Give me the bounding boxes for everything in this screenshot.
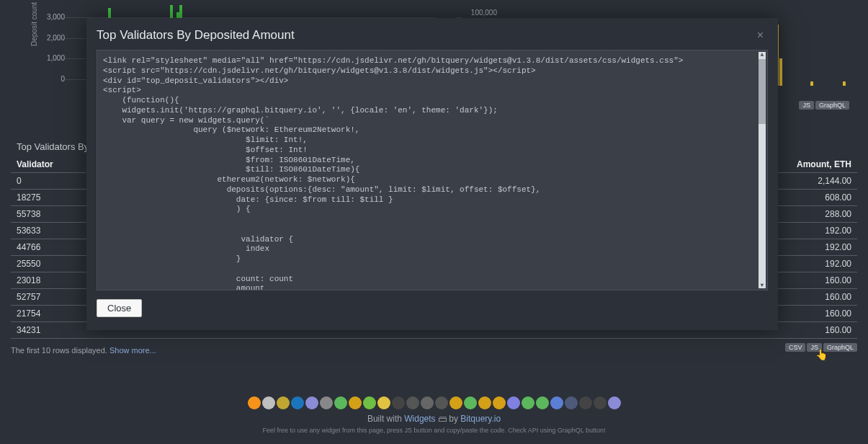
badge-js[interactable]: JS (799, 101, 814, 110)
coin-icon[interactable] (565, 396, 578, 409)
coin-icon[interactable] (594, 396, 607, 409)
coin-icon[interactable] (305, 396, 318, 409)
ytick-label: 0 (36, 75, 65, 83)
coin-icon[interactable] (334, 396, 347, 409)
coin-icon[interactable] (493, 396, 506, 409)
coin-icon[interactable] (449, 396, 462, 409)
badge-csv[interactable]: CSV (785, 343, 806, 352)
scroll-down-icon[interactable]: ▼ (759, 283, 765, 288)
table-footer: The first 10 rows displayed. Show more..… (11, 339, 857, 355)
coin-icon[interactable] (363, 396, 376, 409)
coin-icon[interactable] (392, 396, 405, 409)
modal-title: Top Validators By Deposited Amount (97, 28, 295, 43)
show-more-link[interactable]: Show more... (109, 346, 156, 355)
coin-icon[interactable] (291, 396, 304, 409)
code-content: <link rel="stylesheet" media="all" href=… (103, 56, 683, 290)
github-icon: 🗃 (438, 414, 447, 424)
ytick-label: 3,000 (36, 13, 65, 21)
badge-graphql-table[interactable]: GraphQL (823, 343, 857, 352)
coin-icon[interactable] (406, 396, 419, 409)
chart-bar (843, 81, 846, 86)
close-button[interactable]: Close (97, 299, 142, 317)
widgets-link[interactable]: Widgets (404, 414, 435, 424)
bitquery-link[interactable]: Bitquery.io (460, 414, 501, 424)
built-with-line: Built with Widgets 🗃 by Bitquery.io (0, 414, 868, 424)
coin-icon[interactable] (277, 396, 290, 409)
coin-icon[interactable] (536, 396, 549, 409)
ytick-label: 100,000 (462, 9, 497, 17)
coin-icon[interactable] (349, 396, 362, 409)
coin-icon[interactable] (522, 396, 534, 409)
code-modal: Top Validators By Deposited Amount × <li… (86, 18, 778, 330)
scrollbar-track[interactable]: ▲▼ (759, 52, 766, 288)
built-by: by (447, 414, 460, 424)
coin-icon-row (0, 396, 868, 409)
coin-icon[interactable] (377, 396, 390, 409)
chart-badges: JS GraphQL (799, 101, 849, 110)
page-footer: Built with Widgets 🗃 by Bitquery.io Feel… (0, 392, 868, 444)
coin-icon[interactable] (421, 396, 434, 409)
coin-icon[interactable] (435, 396, 448, 409)
coin-icon[interactable] (579, 396, 592, 409)
coin-icon[interactable] (248, 396, 261, 409)
chart-bar (779, 58, 782, 86)
coin-icon[interactable] (262, 396, 275, 409)
coin-icon[interactable] (608, 396, 621, 409)
coin-icon[interactable] (507, 396, 520, 409)
fine-print: Feel free to use any widget from this pa… (0, 427, 868, 434)
coin-icon[interactable] (550, 396, 563, 409)
chart-bar (810, 81, 813, 86)
ytick-label: 2,000 (36, 34, 65, 42)
scrollbar-thumb[interactable] (759, 59, 766, 124)
footer-text: The first 10 rows displayed. (11, 346, 109, 355)
modal-close-x[interactable]: × (753, 28, 768, 43)
badge-graphql[interactable]: GraphQL (815, 101, 849, 110)
built-prefix: Built with (367, 414, 404, 424)
scroll-up-icon[interactable]: ▲ (759, 52, 765, 58)
badge-js-table[interactable]: JS (807, 343, 822, 352)
coin-icon[interactable] (464, 396, 477, 409)
coin-icon[interactable] (478, 396, 491, 409)
ytick-label: 1,000 (36, 54, 65, 62)
coin-icon[interactable] (320, 396, 333, 409)
code-textarea[interactable]: <link rel="stylesheet" media="all" href=… (97, 50, 768, 290)
